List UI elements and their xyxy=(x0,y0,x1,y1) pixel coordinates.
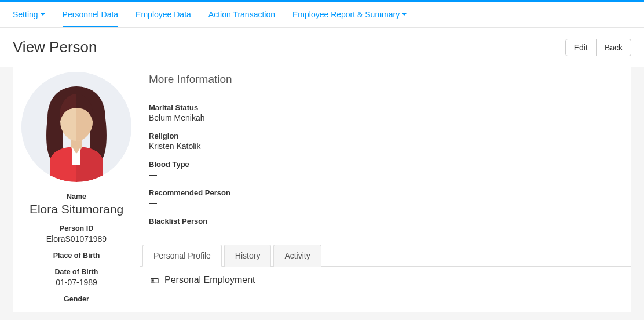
nav-employee-report[interactable]: Employee Report & Summary xyxy=(292,2,407,27)
nav-setting[interactable]: Setting xyxy=(13,2,45,27)
back-button[interactable]: Back xyxy=(596,39,631,56)
page-header: View Person Edit Back xyxy=(0,28,644,67)
personal-employment-label: Personal Employment xyxy=(164,275,255,285)
nav-employee-data[interactable]: Employee Data xyxy=(136,2,191,27)
marital-status-label: Marital Status xyxy=(149,103,622,112)
content-area: Name Elora Situmorang Person ID EloraS01… xyxy=(0,67,644,312)
gender-label: Gender xyxy=(18,295,135,303)
chevron-down-icon xyxy=(402,13,407,16)
more-info-title: More Information xyxy=(140,67,631,94)
chevron-down-icon xyxy=(41,13,45,16)
svg-point-5 xyxy=(152,279,154,281)
tab-content: Personal Employment xyxy=(140,267,631,293)
name-label: Name xyxy=(18,192,135,201)
date-of-birth-label: Date of Birth xyxy=(18,268,135,276)
main-nav: Setting Personnel Data Employee Data Act… xyxy=(0,2,644,28)
name-value: Elora Situmorang xyxy=(18,202,135,216)
blacklist-label: Blacklist Person xyxy=(149,217,622,226)
recommended-value: — xyxy=(149,198,622,208)
tab-activity[interactable]: Activity xyxy=(273,245,321,267)
edit-button[interactable]: Edit xyxy=(565,39,597,56)
person-sidebar: Name Elora Situmorang Person ID EloraS01… xyxy=(13,67,140,312)
more-info-block: Marital Status Belum Menikah Religion Kr… xyxy=(140,94,631,245)
page-title: View Person xyxy=(13,38,97,56)
profile-tabs: Personal Profile History Activity xyxy=(140,245,631,267)
nav-employee-report-label: Employee Report & Summary xyxy=(292,10,400,19)
header-actions: Edit Back xyxy=(565,39,631,56)
tab-history[interactable]: History xyxy=(224,245,272,267)
nav-employee-data-label: Employee Data xyxy=(136,10,191,19)
blacklist-value: — xyxy=(149,227,622,236)
person-id-label: Person ID xyxy=(18,224,135,232)
religion-value: Kristen Katolik xyxy=(149,141,622,151)
nav-action-transaction-label: Action Transaction xyxy=(208,10,275,19)
nav-personnel-data[interactable]: Personnel Data xyxy=(63,2,119,27)
date-of-birth-value: 01-07-1989 xyxy=(18,278,135,287)
nav-action-transaction[interactable]: Action Transaction xyxy=(208,2,275,27)
blood-type-value: — xyxy=(149,170,622,179)
avatar xyxy=(21,72,131,182)
marital-status-value: Belum Menikah xyxy=(149,113,622,122)
place-of-birth-label: Place of Birth xyxy=(18,252,135,260)
recommended-label: Recommended Person xyxy=(149,188,622,197)
religion-label: Religion xyxy=(149,132,622,140)
nav-personnel-data-label: Personnel Data xyxy=(63,10,119,19)
personal-employment-section[interactable]: Personal Employment xyxy=(151,275,620,285)
tab-personal-profile[interactable]: Personal Profile xyxy=(142,245,222,267)
avatar-female-icon xyxy=(21,72,131,182)
main-panel: More Information Marital Status Belum Me… xyxy=(140,67,631,312)
nav-setting-label: Setting xyxy=(13,10,38,19)
person-card-icon xyxy=(151,276,159,284)
blood-type-label: Blood Type xyxy=(149,160,622,169)
person-id-value: EloraS01071989 xyxy=(18,234,135,243)
